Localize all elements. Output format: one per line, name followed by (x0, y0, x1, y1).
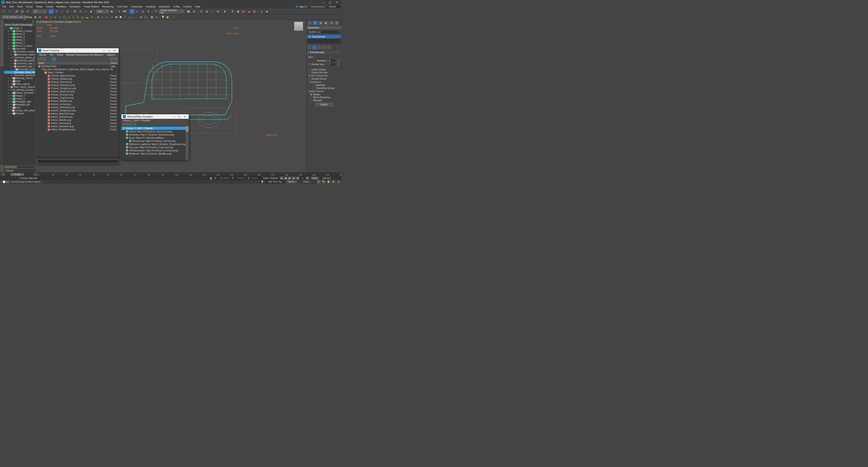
move-button[interactable]: ✥ (72, 9, 77, 14)
menu-modifiers[interactable]: Modifiers (55, 5, 68, 8)
asset-row[interactable]: exterior_normal.pngFound (37, 103, 119, 106)
asset-row[interactable]: Autodesk VaultLogg... (37, 65, 119, 68)
key-filters-button[interactable]: Filters... (302, 180, 313, 183)
iterations-spinner[interactable] (338, 59, 340, 62)
minimize-button[interactable]: — (322, 1, 325, 4)
asset-row[interactable]: Chassis_Metallic.pngFound (37, 77, 119, 81)
select-region-button[interactable]: ⬚ (59, 9, 64, 14)
modify-tab[interactable]: ✎ (313, 21, 318, 25)
menu-create[interactable]: Create (44, 5, 55, 8)
scene-item-symmetry_plastic[interactable]: ▸👁Symmetry_plastic (4, 59, 35, 62)
update-rendering-radio[interactable]: When Rendering (308, 96, 340, 99)
scene-item-wheel_3[interactable]: ▸👁Wheel_3 (4, 38, 35, 41)
plane-icon[interactable]: ▬ (85, 15, 89, 19)
add-time-tag-label[interactable]: Add Time Tag (266, 180, 284, 183)
pivot-button[interactable]: ▦ (109, 9, 114, 14)
menu-customize[interactable]: Customize (129, 5, 144, 8)
pan-button[interactable]: ✋ (327, 180, 331, 183)
chamfer-icon[interactable]: ◇ (105, 15, 109, 19)
dialog-close-button[interactable]: ✕ (112, 49, 117, 53)
scene-item-other_interior_objects[interactable]: ▸👁Other_interior_objects (4, 86, 35, 88)
placement-button[interactable]: ◉ (89, 9, 94, 14)
time-ruler[interactable]: 0102030405060708090100110120130140150160… (38, 173, 340, 176)
scene-item-symmetry_logo_2[interactable]: ▸👁Symmetry_logo_2 (4, 62, 35, 65)
asset-row[interactable]: Chassis_Refraction.pngFound (37, 84, 119, 87)
menu-file[interactable]: File (1, 5, 8, 8)
coord-y[interactable]: -270,6cm (235, 177, 247, 180)
asset-row[interactable]: Interior_Normal.pngFound (37, 122, 119, 125)
scale-button[interactable]: ⤢ (83, 9, 88, 14)
zoom-extents-button[interactable]: ⊡ (317, 180, 321, 183)
asset-highlight-button[interactable] (52, 57, 56, 61)
setkey-button[interactable]: Set K... (286, 180, 298, 183)
pyramid-icon[interactable]: ▲ (81, 15, 85, 19)
scene-item-other_objects[interactable]: ▸👁Other_objects (4, 83, 35, 86)
light-icon[interactable]: ☀ (90, 15, 94, 19)
angle-snap-button[interactable]: ∠ (135, 9, 140, 14)
gengon-icon[interactable]: ⬢ (119, 15, 123, 19)
tube-icon[interactable]: ◎ (76, 15, 80, 19)
iterations-input[interactable]: 0 (329, 59, 336, 62)
scene-item-symmetry_logo_1[interactable]: ▸👁Symmetry_logo_1 (4, 65, 35, 68)
asset-row[interactable]: Exterior_Refraction.pngFound (37, 106, 119, 109)
asset-refresh-button[interactable] (42, 57, 46, 61)
make-unique-button[interactable] (317, 45, 321, 49)
time-slider-track[interactable]: 0 / 225 (6, 173, 33, 176)
close-button[interactable]: ✕ (335, 1, 338, 4)
scene-item-wheel_6_helper[interactable]: ▸👁Wheel_6_helper (4, 30, 35, 33)
open-autodesk-button[interactable]: ▥ (252, 9, 257, 14)
display-geometry-button[interactable] (0, 24, 4, 28)
unlink-button[interactable]: ⛓ (20, 9, 25, 14)
isoline-checkbox[interactable] (308, 68, 311, 71)
hierarchy-tab[interactable]: ⊞ (318, 21, 323, 25)
cylinder-icon[interactable]: ▯ (58, 15, 62, 19)
scene-item-symmetry_black_metal[interactable]: ▸👁Symmetry_black_metal (4, 71, 35, 74)
render-preset-icon[interactable]: ▦ (150, 15, 154, 19)
scene-item-interior_symmetry[interactable]: ▸👁Interior_symmetry (4, 91, 35, 94)
mirror-button[interactable]: ▮▮ (186, 9, 191, 14)
autokey-button[interactable]: Auto (311, 177, 319, 180)
render-iters-input[interactable]: 2 (329, 63, 336, 66)
render-iters-spinner[interactable] (338, 63, 340, 66)
scene-item-chassis[interactable]: ▸👁Chassis (4, 112, 35, 115)
material-row[interactable]: Bump: Map #4 ( VRayNormalMap ) (121, 136, 189, 139)
scene-item-left_steering_knuckle_det[interactable]: ▸👁Left_steering_knuckle_det (4, 88, 35, 91)
align-button[interactable]: ≣ (191, 9, 196, 14)
current-frame-input[interactable]: 0 (301, 177, 305, 180)
schematic-view-button[interactable]: ⊞ (215, 9, 220, 14)
display-tab[interactable]: ▭ (329, 21, 334, 25)
scene-tree[interactable]: ▾👁Helper_3▸👁Wheel_6_helper▸👁Wheel_5▸👁Whe… (4, 27, 35, 165)
manipulate-button[interactable]: ✦ (117, 9, 122, 14)
scene-item-helper_2[interactable]: ▸👁Helper_2 (4, 94, 35, 97)
update-manually-radio[interactable]: Manually (308, 99, 340, 101)
asset-row[interactable]: Exterior_BaseColor.pngFound (37, 90, 119, 93)
box-icon[interactable]: ▢ (49, 15, 53, 19)
maxscript-tab-close-icon[interactable]: ✕ (6, 181, 8, 183)
asset-row[interactable]: exterior_Emissive.pngFound (37, 93, 119, 96)
explicit-normals-checkbox[interactable] (308, 71, 311, 74)
asset-menu-server[interactable]: Server (38, 53, 48, 57)
coord-x[interactable]: -292,948cm (217, 177, 232, 180)
selection-filter-dropdown[interactable]: All (33, 9, 46, 13)
maximize-viewport-button[interactable]: ⛶ (337, 180, 341, 183)
turbosmooth-rollout-header[interactable]: TurboSmooth (307, 51, 342, 54)
hedron-icon[interactable]: ◈ (96, 15, 100, 19)
particles-icon[interactable]: ∴ (134, 15, 138, 19)
material-row[interactable]: Normal map: Map #4 (exterior_normal.png) (121, 139, 189, 143)
dialog-minimize-button[interactable]: — (101, 49, 106, 53)
asset-row[interactable]: Chassis_BaseColor.pngFound (37, 74, 119, 77)
sep-materials-checkbox[interactable] (313, 84, 315, 86)
matnav-view2-button[interactable] (126, 123, 129, 126)
matnav-view4-button[interactable] (133, 123, 136, 126)
asset-row[interactable]: Chassis_Roughness.pngFound (37, 87, 119, 90)
help-icon[interactable]: ? (172, 15, 176, 19)
update-always-radio[interactable]: Always (308, 93, 340, 96)
asset-menu-options[interactable]: Options (105, 53, 117, 57)
matnav-tree[interactable]: Exterior_1_MAT ( VRayMtl )Diffuse: Map #… (121, 126, 189, 160)
keyboard-shortcut-button[interactable]: ⌨ (122, 9, 127, 14)
vray-render-button[interactable]: ▶ (265, 9, 270, 14)
matnav-close-button[interactable]: ✕ (182, 115, 187, 119)
scene-item-helper_3[interactable]: ▾👁Helper_3 (4, 27, 35, 30)
time-slider-handle[interactable]: 0 / 225 (10, 173, 24, 176)
show-end-result-button[interactable] (312, 45, 316, 49)
